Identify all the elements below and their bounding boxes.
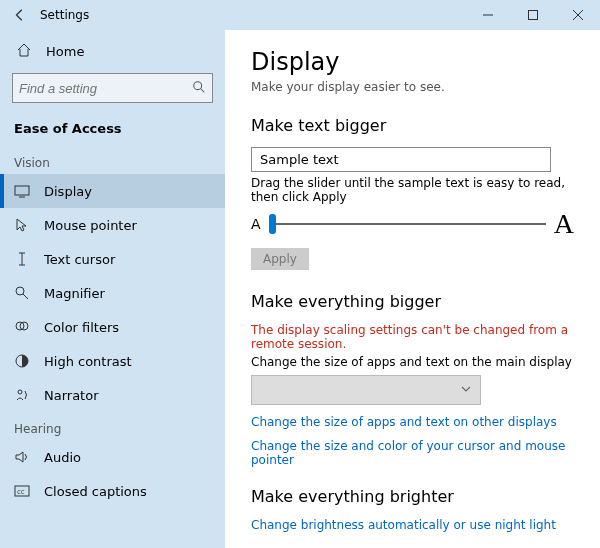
text-size-slider[interactable] bbox=[269, 214, 546, 234]
scaling-dropdown[interactable] bbox=[251, 375, 481, 405]
sidebar: Home Ease of Access Vision Display Mouse… bbox=[0, 30, 225, 548]
svg-point-2 bbox=[194, 81, 202, 89]
display-icon bbox=[14, 183, 30, 199]
maximize-button[interactable] bbox=[510, 0, 555, 30]
svg-line-3 bbox=[201, 88, 205, 92]
sidebar-item-label: Text cursor bbox=[44, 252, 115, 267]
main-content: Display Make your display easier to see.… bbox=[225, 30, 600, 548]
scaling-error-message: The display scaling settings can't be ch… bbox=[251, 323, 574, 351]
sidebar-group-hearing: Hearing bbox=[0, 412, 225, 440]
svg-rect-1 bbox=[528, 11, 537, 20]
link-cursor-pointer[interactable]: Change the size and color of your cursor… bbox=[251, 439, 574, 467]
sidebar-item-label: Closed captions bbox=[44, 484, 147, 499]
svg-rect-4 bbox=[15, 186, 29, 195]
svg-text:cc: cc bbox=[17, 488, 25, 496]
sidebar-item-home[interactable]: Home bbox=[6, 34, 219, 69]
cc-icon: cc bbox=[14, 483, 30, 499]
sidebar-item-high-contrast[interactable]: High contrast bbox=[0, 344, 225, 378]
audio-icon bbox=[14, 449, 30, 465]
close-button[interactable] bbox=[555, 0, 600, 30]
highcontrast-icon bbox=[14, 353, 30, 369]
narrator-icon bbox=[14, 387, 30, 403]
sidebar-item-label: Display bbox=[44, 184, 92, 199]
sidebar-group-vision: Vision bbox=[0, 146, 225, 174]
sidebar-item-color-filters[interactable]: Color filters bbox=[0, 310, 225, 344]
section-heading-brighter: Make everything brighter bbox=[251, 487, 574, 506]
svg-line-10 bbox=[23, 294, 28, 299]
section-heading-text-bigger: Make text bigger bbox=[251, 116, 574, 135]
sidebar-item-label: Mouse pointer bbox=[44, 218, 137, 233]
colorfilters-icon bbox=[14, 319, 30, 335]
chevron-down-icon bbox=[460, 383, 472, 398]
sidebar-item-label: Home bbox=[46, 44, 84, 59]
search-icon bbox=[192, 80, 206, 97]
sidebar-category: Ease of Access bbox=[0, 115, 225, 146]
mouse-icon bbox=[14, 217, 30, 233]
link-other-displays[interactable]: Change the size of apps and text on othe… bbox=[251, 415, 574, 429]
sidebar-item-label: High contrast bbox=[44, 354, 132, 369]
sidebar-item-label: Audio bbox=[44, 450, 81, 465]
sidebar-item-text-cursor[interactable]: Text cursor bbox=[0, 242, 225, 276]
back-button[interactable] bbox=[8, 3, 32, 27]
sidebar-item-label: Narrator bbox=[44, 388, 99, 403]
textcursor-icon bbox=[14, 251, 30, 267]
sidebar-item-magnifier[interactable]: Magnifier bbox=[0, 276, 225, 310]
scaling-description: Change the size of apps and text on the … bbox=[251, 355, 574, 369]
sidebar-item-mouse-pointer[interactable]: Mouse pointer bbox=[0, 208, 225, 242]
page-subtitle: Make your display easier to see. bbox=[251, 80, 574, 94]
slider-max-label: A bbox=[554, 208, 574, 240]
sidebar-item-narrator[interactable]: Narrator bbox=[0, 378, 225, 412]
sidebar-item-label: Magnifier bbox=[44, 286, 105, 301]
link-brightness[interactable]: Change brightness automatically or use n… bbox=[251, 518, 574, 532]
sidebar-item-audio[interactable]: Audio bbox=[0, 440, 225, 474]
apply-button[interactable]: Apply bbox=[251, 248, 309, 270]
slider-min-label: A bbox=[251, 216, 261, 232]
minimize-button[interactable] bbox=[465, 0, 510, 30]
svg-point-9 bbox=[16, 287, 24, 295]
search-input-container[interactable] bbox=[12, 73, 213, 103]
home-icon bbox=[16, 42, 32, 61]
sidebar-item-closed-captions[interactable]: cc Closed captions bbox=[0, 474, 225, 508]
sample-text-box: Sample text bbox=[251, 147, 551, 172]
svg-point-14 bbox=[18, 390, 22, 394]
search-input[interactable] bbox=[19, 81, 192, 96]
titlebar: Settings bbox=[0, 0, 600, 30]
section-heading-everything-bigger: Make everything bigger bbox=[251, 292, 574, 311]
sidebar-item-label: Color filters bbox=[44, 320, 119, 335]
window-title: Settings bbox=[40, 8, 89, 22]
sidebar-item-display[interactable]: Display bbox=[0, 174, 225, 208]
magnifier-icon bbox=[14, 285, 30, 301]
page-title: Display bbox=[251, 48, 574, 76]
slider-hint: Drag the slider until the sample text is… bbox=[251, 176, 574, 204]
